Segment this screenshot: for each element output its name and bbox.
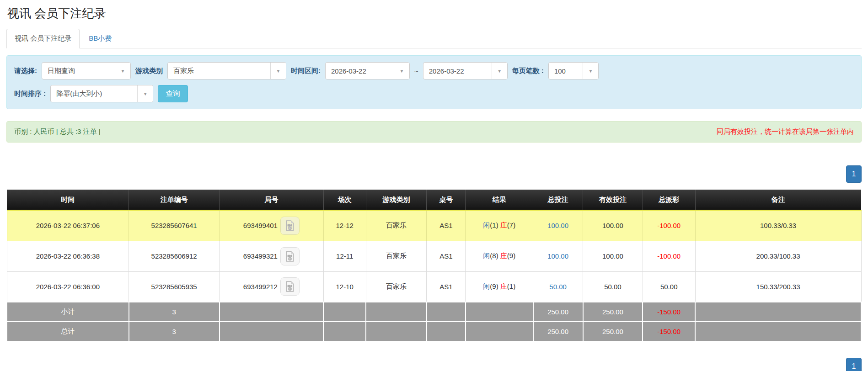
- tab-betting-records[interactable]: 视讯 会员下注纪录: [6, 29, 80, 48]
- table-header-row: 时间注单编号局号场次游戏类别桌号结果总投注有效投注总派彩备注: [7, 190, 861, 210]
- round-id-text: 693499212: [243, 283, 278, 291]
- chevron-down-icon[interactable]: ▼: [115, 63, 130, 79]
- subtotal-row-cell-1: 3: [129, 302, 220, 322]
- subtotal-row-cell-5: [427, 302, 466, 322]
- cell-result: 闲(9) 庄(1): [466, 271, 533, 302]
- game-type-value: 百家乐: [168, 63, 270, 79]
- subtotal-row-cell-7: 250.00: [533, 302, 583, 322]
- total-row-cell-8: 250.00: [583, 322, 643, 341]
- subtotal-row-cell-6: [466, 302, 533, 322]
- result-player-value: (1): [490, 221, 500, 229]
- cell-remark: 100.33/0.33: [695, 210, 861, 241]
- date-to-select[interactable]: 2026-03-22 ▼: [423, 62, 508, 80]
- cell-table-no: AS1: [427, 210, 466, 241]
- total-row-cell-1: 3: [129, 322, 220, 341]
- column-header-0: 时间: [7, 190, 129, 210]
- video-playback-button[interactable]: [280, 277, 300, 296]
- date-from-select[interactable]: 2026-03-22 ▼: [325, 62, 410, 80]
- subtotal-row-cell-2: [220, 302, 324, 322]
- pagination-top: 1: [6, 165, 862, 183]
- cell-table-no: AS1: [427, 241, 466, 271]
- query-mode-label: 请选择:: [14, 67, 37, 75]
- total-bet-link[interactable]: 100.00: [547, 222, 568, 229]
- video-playback-button[interactable]: [280, 217, 300, 235]
- column-header-2: 局号: [220, 190, 324, 210]
- chevron-down-icon[interactable]: ▼: [492, 63, 507, 79]
- round-id-text: 693499321: [243, 252, 278, 260]
- column-header-10: 备注: [695, 190, 861, 210]
- sort-value: 降幂(由大到小): [51, 85, 137, 102]
- game-type-label: 游戏类别: [135, 67, 163, 75]
- total-row-cell-4: [366, 322, 427, 341]
- subtotal-row-cell-9: -150.00: [643, 302, 695, 322]
- filter-panel: 请选择: 日期查询 ▼ 游戏类别 百家乐 ▼ 时间区间: 2026-03-22 …: [6, 55, 862, 109]
- table-row: 2026-03-22 06:36:00523285605935693499212…: [7, 271, 861, 302]
- column-header-5: 桌号: [427, 190, 466, 210]
- cell-valid-bet: 100.00: [583, 241, 643, 271]
- page-1-button[interactable]: 1: [846, 165, 862, 183]
- cell-round-id: 693499212: [220, 271, 324, 302]
- total-row-cell-10: [695, 322, 861, 341]
- pagination-bottom: 1: [6, 358, 862, 371]
- date-to-value: 2026-03-22: [423, 63, 492, 79]
- total-bet-link[interactable]: 100.00: [547, 252, 568, 260]
- table-row: 2026-03-22 06:37:06523285607641693499401…: [7, 210, 861, 241]
- search-button[interactable]: 查询: [158, 85, 188, 102]
- query-mode-select[interactable]: 日期查询 ▼: [42, 62, 131, 80]
- result-player-value: (8): [490, 252, 500, 260]
- tab-bar: 视讯 会员下注纪录 BB小费: [6, 29, 862, 48]
- cell-round-id: 693499321: [220, 241, 324, 271]
- total-row-cell-5: [427, 322, 466, 341]
- page-title: 视讯 会员下注纪录: [7, 5, 862, 21]
- total-bet-link[interactable]: 50.00: [549, 283, 567, 291]
- betting-records-table: 时间注单编号局号场次游戏类别桌号结果总投注有效投注总派彩备注 2026-03-2…: [6, 190, 862, 342]
- tab-bb-tips[interactable]: BB小费: [80, 29, 120, 48]
- result-player-label: 闲: [483, 221, 490, 229]
- game-type-select[interactable]: 百家乐 ▼: [167, 62, 286, 80]
- column-header-1: 注单编号: [129, 190, 220, 210]
- cell-bet-id: 523285606912: [129, 241, 220, 271]
- cell-bet-id: 523285607641: [129, 210, 220, 241]
- column-header-6: 结果: [466, 190, 533, 210]
- filter-row-2: 时间排序 : 降幂(由大到小) ▼ 查询: [14, 85, 854, 102]
- chevron-down-icon[interactable]: ▼: [394, 63, 409, 79]
- chevron-down-icon[interactable]: ▼: [270, 63, 286, 79]
- tilde-separator: ~: [414, 67, 418, 75]
- subtotal-row-cell-10: [695, 302, 861, 322]
- page-size-label: 每页笔数 :: [512, 67, 544, 75]
- result-banker-label: 庄: [500, 252, 507, 260]
- chevron-down-icon[interactable]: ▼: [583, 63, 598, 79]
- cell-valid-bet: 100.00: [583, 210, 643, 241]
- currency-summary-text: 币别 : 人民币 | 总共 :3 注单 |: [14, 127, 101, 136]
- cell-time: 2026-03-22 06:36:38: [7, 241, 129, 271]
- cell-remark: 200.33/100.33: [695, 241, 861, 271]
- page-size-select[interactable]: 100 ▼: [548, 62, 599, 80]
- cell-result: 闲(1) 庄(7): [466, 210, 533, 241]
- video-playback-button[interactable]: [280, 247, 300, 265]
- table-body: 2026-03-22 06:37:06523285607641693499401…: [7, 210, 861, 341]
- result-banker-label: 庄: [500, 282, 507, 290]
- cell-game-type: 百家乐: [366, 241, 427, 271]
- summary-bar: 币别 : 人民币 | 总共 :3 注单 | 同局有效投注，统一计算在该局第一张注…: [6, 121, 862, 143]
- cell-session: 12-12: [323, 210, 366, 241]
- chevron-down-icon[interactable]: ▼: [137, 85, 153, 102]
- total-row-cell-3: [323, 322, 366, 341]
- column-header-9: 总派彩: [643, 190, 695, 210]
- column-header-7: 总投注: [533, 190, 583, 210]
- result-banker-value: (9): [507, 252, 515, 260]
- cell-time: 2026-03-22 06:36:00: [7, 271, 129, 302]
- result-banker-value: (7): [507, 221, 515, 229]
- cell-remark: 150.33/200.33: [695, 271, 861, 302]
- subtotal-row: 小计3250.00250.00-150.00: [7, 302, 861, 322]
- page-1-button[interactable]: 1: [846, 358, 862, 371]
- result-player-label: 闲: [483, 252, 490, 260]
- column-header-3: 场次: [323, 190, 366, 210]
- cell-game-type: 百家乐: [366, 271, 427, 302]
- cell-round-id: 693499401: [220, 210, 324, 241]
- round-id-text: 693499401: [243, 222, 278, 229]
- page-size-value: 100: [549, 63, 583, 79]
- video-record-icon: [284, 220, 296, 232]
- sort-select[interactable]: 降幂(由大到小) ▼: [50, 85, 153, 102]
- cell-payout: 50.00: [643, 271, 695, 302]
- total-row-cell-2: [220, 322, 324, 341]
